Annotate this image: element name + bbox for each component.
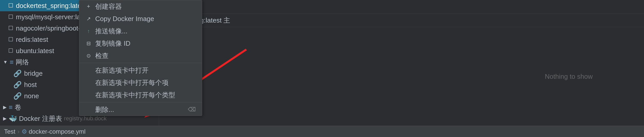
volumes-icon: ≡ [9,103,13,111]
menu-item-open-each-in-tab[interactable]: 在新选项卡中打开每个项 [79,76,202,89]
expand-arrow-icon: ▼ [3,60,8,65]
menu-item-copy-docker-image[interactable]: ↗ Copy Docker Image [79,13,202,25]
menu-item-create-container[interactable]: + 创建容器 [79,0,202,13]
menu-item-copy-image-id[interactable]: ⊟ 复制镜像 ID [79,37,202,50]
delete-shortcut: ⌫ [188,106,196,113]
menu-item-inspect[interactable]: ⊙ 检查 [79,50,202,62]
image-icon: ☐ [8,2,13,9]
collapse-arrow-icon: ▶ [3,116,7,121]
network-link-icon: 🔗 [13,92,22,100]
nothing-to-show-label: Nothing to show [545,73,593,81]
menu-item-open-each-type-in-tab[interactable]: 在新选项卡中打开每个类型 [79,89,202,101]
network-icon: ≡ [10,58,14,66]
collapse-arrow-icon: ▶ [3,104,7,110]
menu-separator-1 [79,63,202,63]
registry-subtitle: registry.hub.dock [64,115,107,122]
copy-icon: ↗ [85,16,92,22]
clipboard-icon: ⊟ [85,40,92,46]
image-icon: ☐ [8,36,13,43]
menu-item-open-in-tab[interactable]: 在新选项卡中打开 [79,64,202,76]
content-area: 加... ertest_spring:latest 主 Nothing to s… [159,0,644,126]
yaml-file-icon: ⚙ [22,128,27,135]
search-icon: ⊙ [85,53,92,59]
breadcrumb-file: docker-compose.yml [29,128,85,135]
context-menu: + 创建容器 ↗ Copy Docker Image ↑ 推送镜像... ⊟ 复… [79,0,202,116]
add-icon: + [85,3,92,10]
menu-item-delete[interactable]: 删除... ⌫ [79,103,202,116]
menu-separator-2 [79,102,202,102]
menu-item-push-image[interactable]: ↑ 推送镜像... [79,25,202,37]
network-link-icon: 🔗 [13,70,22,77]
network-link-icon: 🔗 [13,81,22,89]
docker-icon: 🐳 [9,115,17,123]
content-subheader: ertest_spring:latest 主 [159,14,644,27]
breadcrumb-separator: › [17,128,19,135]
bottom-bar: Test › ⚙ docker-compose.yml [0,126,644,137]
push-icon: ↑ [85,28,92,34]
image-icon: ☐ [8,47,13,54]
image-icon: ☐ [8,25,13,32]
breadcrumb-test: Test [4,128,15,135]
content-header: 加... [159,0,644,14]
content-body: Nothing to show [159,27,644,126]
image-icon: ☐ [8,14,13,20]
